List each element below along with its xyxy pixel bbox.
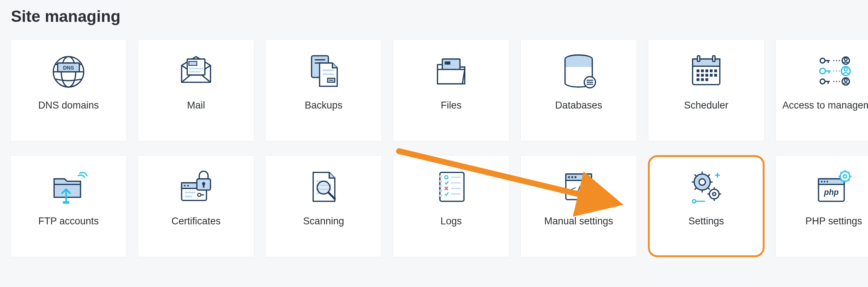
scheduler-icon	[684, 49, 728, 93]
svg-rect-27	[697, 70, 700, 72]
svg-point-128	[843, 175, 847, 178]
svg-point-52	[836, 70, 837, 71]
svg-rect-28	[701, 70, 704, 72]
svg-point-125	[826, 181, 828, 182]
svg-rect-24	[693, 59, 720, 66]
svg-rect-31	[714, 70, 717, 72]
svg-point-45	[839, 60, 840, 61]
svg-point-47	[844, 58, 847, 61]
svg-rect-30	[710, 70, 713, 72]
card-label: DNS domains	[35, 99, 103, 112]
card-label: Databases	[551, 99, 606, 112]
svg-line-134	[841, 180, 842, 181]
svg-point-123	[821, 181, 822, 182]
svg-line-133	[848, 172, 849, 173]
svg-line-135	[848, 180, 849, 181]
card-grid: DNS DNS domains Mail	[10, 39, 861, 257]
access-management-icon	[812, 49, 856, 93]
card-dns-domains[interactable]: DNS DNS domains	[10, 39, 127, 141]
svg-point-59	[833, 81, 834, 82]
php-settings-icon: php	[812, 165, 856, 209]
svg-point-51	[833, 70, 834, 71]
card-label: Logs	[437, 215, 466, 228]
card-backups[interactable]: Backups	[265, 39, 382, 141]
svg-point-63	[844, 79, 847, 82]
card-label: Settings	[685, 215, 728, 228]
svg-rect-34	[705, 74, 708, 77]
svg-rect-25	[697, 56, 700, 61]
svg-text:DNS: DNS	[63, 65, 74, 71]
card-label: Files	[437, 99, 465, 112]
svg-point-56	[820, 79, 825, 84]
svg-rect-39	[705, 78, 708, 81]
svg-rect-35	[710, 74, 713, 77]
svg-rect-17	[445, 62, 450, 65]
logs-icon	[429, 165, 473, 209]
card-label: Manual settings	[540, 215, 617, 228]
svg-point-43	[833, 60, 834, 61]
svg-text:</>: </>	[571, 184, 587, 194]
backups-icon	[302, 49, 345, 93]
svg-line-109	[708, 188, 710, 190]
svg-point-44	[836, 60, 837, 61]
card-scanning[interactable]: Scanning	[265, 155, 382, 257]
card-manual-settings[interactable]: </> Manual settings	[520, 155, 637, 257]
svg-rect-65	[63, 201, 70, 204]
databases-icon	[557, 49, 601, 93]
card-label: Scheduler	[680, 99, 732, 112]
svg-point-40	[820, 58, 825, 63]
svg-rect-32	[697, 74, 700, 77]
svg-point-119	[693, 200, 696, 203]
files-icon	[429, 49, 473, 93]
card-scheduler[interactable]: Scheduler	[648, 39, 765, 141]
card-label: Certificates	[168, 215, 224, 228]
card-access-management[interactable]: Access to management	[775, 39, 868, 141]
svg-line-110	[695, 174, 697, 177]
svg-rect-33	[701, 74, 704, 77]
card-logs[interactable]: Logs	[393, 155, 509, 257]
svg-point-102	[699, 179, 705, 185]
svg-point-68	[184, 185, 185, 186]
svg-point-124	[824, 181, 825, 182]
card-label: FTP accounts	[35, 215, 102, 228]
svg-line-107	[708, 174, 710, 177]
card-certificates[interactable]: Certificates	[138, 155, 254, 257]
card-ftp-accounts[interactable]: FTP accounts	[10, 155, 127, 257]
svg-point-48	[820, 68, 825, 74]
card-label: Scanning	[300, 215, 348, 228]
svg-line-108	[695, 188, 697, 190]
ftp-accounts-icon	[47, 165, 90, 209]
card-settings[interactable]: Settings	[648, 155, 765, 257]
svg-rect-76	[203, 184, 204, 188]
svg-text:php: php	[824, 188, 838, 197]
page-title: Site managing	[11, 7, 861, 25]
svg-point-60	[836, 81, 837, 82]
svg-point-112	[713, 192, 716, 196]
card-label: Mail	[183, 99, 209, 112]
svg-rect-36	[714, 74, 717, 77]
svg-rect-37	[697, 78, 700, 81]
settings-icon	[684, 165, 728, 209]
svg-point-97	[568, 176, 570, 178]
svg-rect-26	[713, 56, 715, 61]
svg-point-55	[844, 68, 848, 71]
svg-line-136	[841, 172, 842, 173]
svg-point-69	[187, 185, 189, 186]
card-label: Access to management	[779, 99, 868, 112]
svg-rect-38	[701, 78, 704, 81]
svg-point-61	[839, 81, 840, 82]
scanning-icon	[302, 165, 345, 209]
svg-point-98	[571, 176, 574, 178]
svg-point-53	[839, 70, 840, 71]
svg-rect-29	[705, 70, 708, 72]
dns-domains-icon: DNS	[47, 49, 90, 93]
card-php-settings[interactable]: php PHP settings	[775, 155, 868, 257]
svg-point-99	[574, 176, 576, 178]
card-mail[interactable]: Mail	[138, 39, 254, 141]
certificates-icon	[174, 165, 218, 209]
card-databases[interactable]: Databases	[520, 39, 637, 141]
card-label: PHP settings	[802, 215, 866, 228]
card-label: Backups	[301, 99, 346, 112]
card-files[interactable]: Files	[393, 39, 509, 141]
manual-settings-icon: </>	[557, 165, 601, 209]
